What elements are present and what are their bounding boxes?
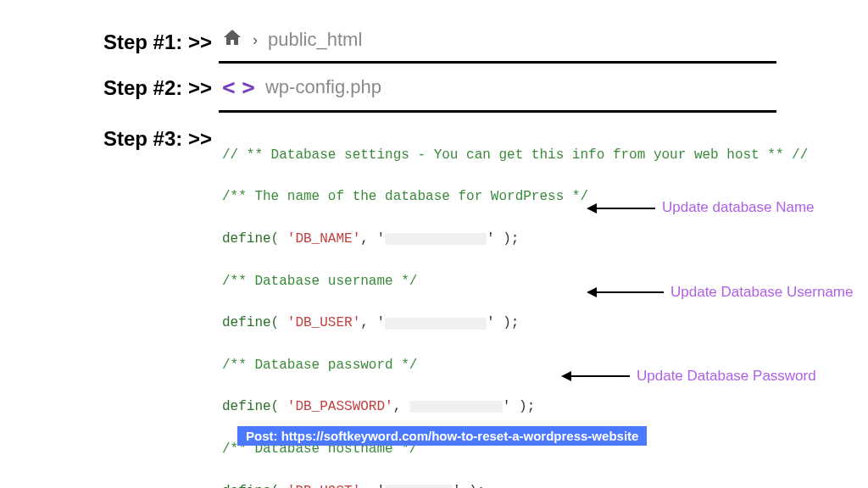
annotation-label: Update Database Username [664,281,853,303]
redacted-value [409,401,503,413]
post-link-tag: Post: https://softkeyword.com/how-to-res… [237,426,647,446]
step-2-row: Step #2: >> < > wp-config.php [0,71,868,110]
divider [219,61,776,64]
step-1-row: Step #1: >> › public_html [0,25,868,61]
divider [219,110,776,113]
code-comment: // ** Database settings - You can get th… [222,147,808,163]
annotation-label: Update database Name [655,197,815,219]
annotation-arrow-1: Update database Name [587,197,815,219]
chevron-right-icon: › [253,31,258,49]
step-3-label: Step #3: >> [0,122,219,151]
annotation-arrow-3: Update Database Password [561,365,816,387]
annotation-label: Update Database Password [630,365,816,387]
annotation-arrow-2: Update Database Username [587,281,853,303]
file-entry: < > wp-config.php [219,71,868,105]
code-comment: /** Database username */ [222,271,417,292]
step-1-label: Step #1: >> [0,25,219,54]
code-brackets-icon: < > [222,75,252,100]
file-name: wp-config.php [265,76,381,98]
redacted-value [385,318,487,330]
redacted-value [385,233,487,245]
home-icon [222,27,242,53]
code-comment: /** Database password */ [222,355,417,376]
redacted-value [385,485,453,488]
code-comment: /** The name of the database for WordPre… [222,186,588,208]
breadcrumb: › public_html [219,25,868,56]
step-2-label: Step #2: >> [0,71,219,100]
breadcrumb-folder: public_html [268,29,362,51]
